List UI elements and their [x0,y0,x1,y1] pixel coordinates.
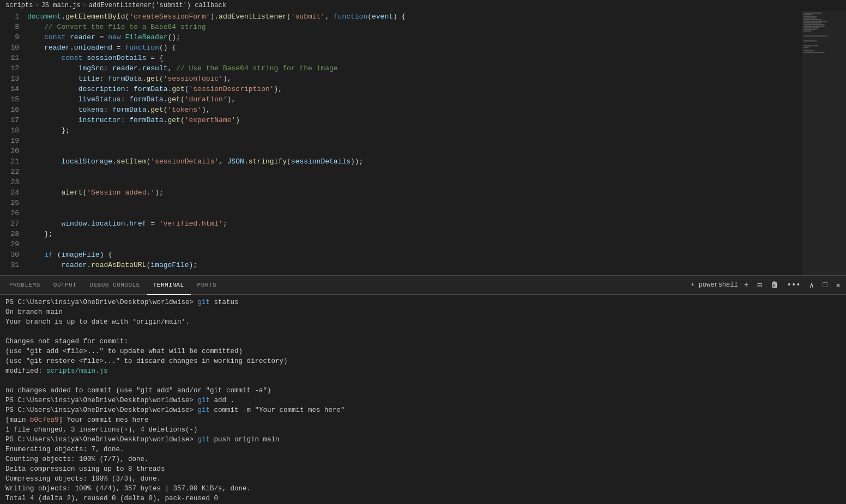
new-terminal-btn[interactable]: + [741,280,751,290]
line-number: 22 [5,167,19,177]
code-line: description: formData.get('sessionDescri… [27,84,797,94]
code-line: // Convert the file to a Base64 string [27,22,797,32]
breadcrumb-callback: addEventListener('submit') callback [89,2,226,9]
code-line: instructor: formData.get('expertName') [27,115,797,125]
line-number: 27 [5,218,19,229]
code-line [27,239,797,250]
panel-tabs: PROBLEMS OUTPUT DEBUG CONSOLE TERMINAL P… [0,276,846,295]
tab-output[interactable]: OUTPUT [47,276,83,295]
terminal-line: (use "git restore <file>..." to discard … [5,356,841,366]
code-line [27,198,797,208]
terminal-line: (use "git add <file>..." to update what … [5,347,841,356]
line-number: 15 [5,94,19,105]
line-number: 9 [5,32,19,42]
tab-problems[interactable]: PROBLEMS [3,276,47,295]
minimap: ████████████████████████████ ███████████… [802,11,846,275]
code-line: alert('Session added.'); [27,187,797,198]
breadcrumb-scripts[interactable]: scripts [5,2,33,9]
maximize-btn[interactable]: □ [820,280,830,290]
code-line: localStorage.setItem('sessionDetails', J… [27,156,797,167]
line-number: 17 [5,115,19,125]
close-panel-btn[interactable]: ✕ [833,280,843,291]
terminal-line: Enumerating objects: 7, done. [5,445,841,454]
breadcrumb: scripts > JS main.js > addEventListener(… [0,0,846,11]
line-number: 8 [5,22,19,32]
line-number: 30 [5,250,19,260]
code-line [27,167,797,177]
line-numbers: 1891011121314151617181920212223242526272… [0,11,25,275]
line-number: 14 [5,84,19,94]
terminal-line: 1 file changed, 3 insertions(+), 4 delet… [5,425,841,435]
code-line: reader.readAsDataURL(imageFile); [27,260,797,270]
terminal-line: Compressing objects: 100% (3/3), done. [5,474,841,484]
code-line: }; [27,125,797,136]
breadcrumb-sep-2: > [83,2,87,9]
terminal-line: Changes not staged for commit: [5,337,841,347]
code-line [27,146,797,156]
line-number: 1 [5,11,19,22]
code-line: imgSrc: reader.result, // Use the Base64… [27,63,797,74]
line-number: 18 [5,125,19,136]
code-editor: 1891011121314151617181920212223242526272… [0,11,846,275]
terminal-line: Writing objects: 100% (4/4), 357 bytes |… [5,484,841,494]
panel-tab-actions: + powershell + ⊟ 🗑 ••• ∧ □ ✕ [691,280,843,291]
code-lines: document.getElementById('createSessionFo… [25,11,797,275]
code-line [27,136,797,146]
terminal-line: PS C:\Users\insiya\OneDrive\Desktop\worl… [5,435,841,445]
line-number: 21 [5,156,19,167]
minimap-content: ████████████████████████████ ███████████… [802,11,846,54]
terminal-line: Total 4 (delta 2), reused 0 (delta 0), p… [5,494,841,503]
line-number: 11 [5,53,19,63]
chevron-up-btn[interactable]: ∧ [807,280,817,291]
terminal-line: no changes added to commit (use "git add… [5,386,841,396]
line-number: 12 [5,63,19,74]
panel: PROBLEMS OUTPUT DEBUG CONSOLE TERMINAL P… [0,275,846,504]
line-number: 13 [5,74,19,84]
more-btn[interactable]: ••• [784,280,803,290]
line-number: 28 [5,229,19,239]
code-line: }; [27,229,797,239]
line-number: 16 [5,105,19,115]
line-number: 25 [5,198,19,208]
line-number: 26 [5,208,19,218]
trash-btn[interactable]: 🗑 [768,280,781,290]
code-line [27,177,797,187]
code-line: window.location.href = 'verified.html'; [27,218,797,229]
line-number: 24 [5,187,19,198]
terminal[interactable]: PS C:\Users\insiya\OneDrive\Desktop\worl… [0,295,846,504]
code-line: liveStatus: formData.get('duration'), [27,94,797,105]
terminal-line: Delta compression using up to 8 threads [5,464,841,474]
terminal-line: [main b0c7ea9] Your commit mes here [5,415,841,425]
code-line: document.getElementById('createSessionFo… [27,11,797,22]
terminal-line: Your branch is up to date with 'origin/m… [5,317,841,327]
powershell-label: + powershell [691,281,738,289]
breadcrumb-sep-1: > [35,2,39,9]
terminal-line: modified: scripts/main.js [5,366,841,376]
line-number: 31 [5,260,19,270]
terminal-line [5,327,841,337]
tab-terminal[interactable]: TERMINAL [147,276,191,295]
tab-ports[interactable]: PORTS [191,276,223,295]
line-number: 19 [5,136,19,146]
scrollbar[interactable] [797,11,802,275]
breadcrumb-mainjs[interactable]: JS main.js [41,2,81,9]
split-terminal-btn[interactable]: ⊟ [754,280,764,291]
terminal-line: PS C:\Users\insiya\OneDrive\Desktop\worl… [5,297,841,307]
code-line: title: formData.get('sessionTopic'), [27,74,797,84]
code-line: const reader = new FileReader(); [27,32,797,42]
line-number: 29 [5,239,19,250]
line-number: 10 [5,42,19,53]
code-line: reader.onloadend = function() { [27,42,797,53]
line-number: 20 [5,146,19,156]
tab-debug-console[interactable]: DEBUG CONSOLE [83,276,146,295]
terminal-line: PS C:\Users\insiya\OneDrive\Desktop\worl… [5,396,841,405]
code-line: const sessionDetails = { [27,53,797,63]
code-line: if (imageFile) { [27,250,797,260]
terminal-line: Counting objects: 100% (7/7), done. [5,454,841,464]
terminal-line: On branch main [5,307,841,317]
line-number: 23 [5,177,19,187]
terminal-line [5,376,841,386]
code-line [27,208,797,218]
terminal-line: PS C:\Users\insiya\OneDrive\Desktop\worl… [5,405,841,415]
code-line: tokens: formData.get('tokens'), [27,105,797,115]
